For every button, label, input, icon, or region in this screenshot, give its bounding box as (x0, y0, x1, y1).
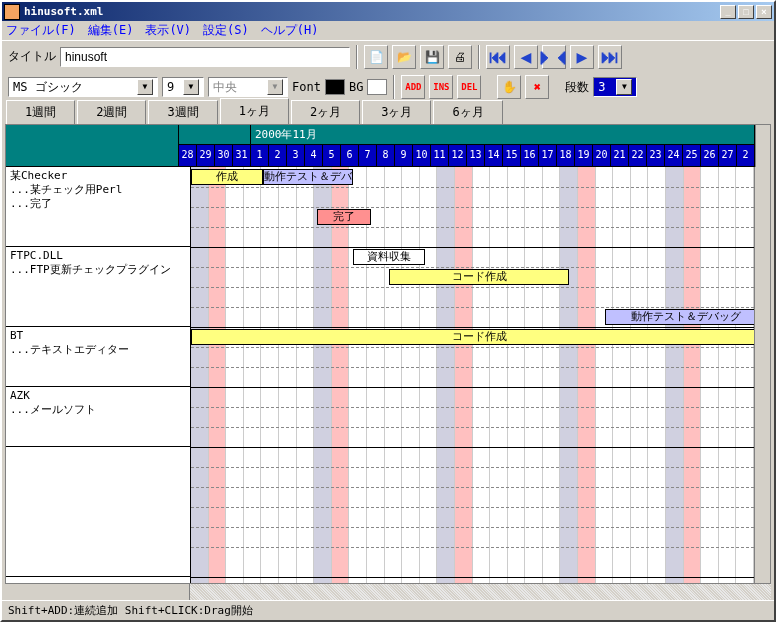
menubar: ファイル(F)編集(E)表示(V)設定(S)ヘルプ(H) (2, 21, 774, 40)
nav-next-button[interactable]: ▶ (570, 45, 594, 69)
range-tabs: 1週間2週間3週間1ヶ月2ヶ月3ヶ月6ヶ月 (2, 102, 774, 124)
day-header: 1 (251, 145, 269, 167)
cancel-button[interactable]: ✖ (525, 75, 549, 99)
day-header: 31 (233, 145, 251, 167)
task-group[interactable]: AZK...メールソフト (6, 387, 190, 447)
prev-month (179, 125, 251, 144)
day-header: 27 (719, 145, 737, 167)
gantt-bar[interactable]: コード作成 (389, 269, 569, 285)
nav-prev-button[interactable]: ◀ (514, 45, 538, 69)
day-header: 22 (629, 145, 647, 167)
align-value: 中央 (213, 79, 237, 96)
open-button[interactable]: 📂 (392, 45, 416, 69)
font-name-value: MS ゴシック (13, 79, 83, 96)
day-header: 7 (359, 145, 377, 167)
menu-item[interactable]: 編集(E) (88, 22, 134, 39)
title-label: タイトル (8, 48, 56, 65)
gantt-bar[interactable]: 動作テスト＆デバッグ (605, 309, 754, 325)
del-button[interactable]: DEL (457, 75, 481, 99)
steps-value: 3 (598, 80, 605, 94)
menu-item[interactable]: 設定(S) (203, 22, 249, 39)
ins-button[interactable]: INS (429, 75, 453, 99)
range-tab[interactable]: 3ヶ月 (362, 100, 431, 124)
menu-item[interactable]: 表示(V) (145, 22, 191, 39)
save-button[interactable]: 💾 (420, 45, 444, 69)
day-header: 2 (737, 145, 755, 167)
day-header: 24 (665, 145, 683, 167)
print-button[interactable]: 🖨 (448, 45, 472, 69)
day-header: 15 (503, 145, 521, 167)
day-header: 16 (521, 145, 539, 167)
day-header: 9 (395, 145, 413, 167)
add-button[interactable]: ADD (401, 75, 425, 99)
horizontal-scrollbar[interactable] (5, 584, 771, 600)
day-header: 26 (701, 145, 719, 167)
gantt-bar[interactable]: 資料収集 (353, 249, 425, 265)
font-size-combo[interactable]: 9▼ (162, 77, 204, 97)
range-tab[interactable]: 2ヶ月 (291, 100, 360, 124)
app-icon (4, 4, 20, 20)
day-header: 25 (683, 145, 701, 167)
range-tab[interactable]: 6ヶ月 (433, 100, 502, 124)
font-color-label: Font (292, 80, 321, 94)
toolbar-title: タイトル 📄 📂 💾 🖨 ⏮ ◀ ⏵⏴ ▶ ⏭ (2, 40, 774, 72)
window-title: hinusoft.xml (24, 5, 720, 18)
title-input[interactable] (60, 47, 350, 67)
range-tab[interactable]: 1ヶ月 (220, 98, 289, 125)
font-color-swatch[interactable] (325, 79, 345, 95)
day-header: 6 (341, 145, 359, 167)
day-header: 29 (197, 145, 215, 167)
task-group[interactable]: 某Checker...某チェック用Perl...完了 (6, 167, 190, 247)
steps-combo[interactable]: 3▼ (593, 77, 637, 97)
maximize-button[interactable]: □ (738, 5, 754, 19)
day-header: 8 (377, 145, 395, 167)
grid-corner (6, 125, 179, 167)
task-list: 某Checker...某チェック用Perl...完了FTPC.DLL...FTP… (6, 167, 191, 583)
titlebar: hinusoft.xml _ □ × (2, 2, 774, 21)
hand-button[interactable]: ✋ (497, 75, 521, 99)
range-tab[interactable]: 2週間 (77, 100, 146, 124)
task-group[interactable]: BT...テキストエディター (6, 327, 190, 387)
day-header: 20 (593, 145, 611, 167)
bg-color-label: BG (349, 80, 363, 94)
nav-first-button[interactable]: ⏮ (486, 45, 510, 69)
close-button[interactable]: × (756, 5, 772, 19)
new-button[interactable]: 📄 (364, 45, 388, 69)
day-header: 19 (575, 145, 593, 167)
gantt-bar[interactable]: 完了 (317, 209, 371, 225)
gantt-bar[interactable]: 動作テスト＆デバッグ (263, 169, 353, 185)
day-header-row: 2829303112345678910111213141516171819202… (179, 145, 755, 167)
day-header: 2 (269, 145, 287, 167)
menu-item[interactable]: ヘルプ(H) (261, 22, 319, 39)
statusbar: Shift+ADD:連続追加 Shift+CLICK:Drag開始 (2, 600, 774, 620)
align-combo[interactable]: 中央▼ (208, 77, 288, 97)
day-header: 23 (647, 145, 665, 167)
gantt-bar[interactable]: コード作成 (191, 329, 754, 345)
task-group[interactable]: FTPC.DLL...FTP更新チェックプラグイン (6, 247, 190, 327)
font-name-combo[interactable]: MS ゴシック▼ (8, 77, 158, 97)
bg-color-swatch[interactable] (367, 79, 387, 95)
day-header: 28 (179, 145, 197, 167)
day-header: 14 (485, 145, 503, 167)
font-size-value: 9 (167, 80, 174, 94)
day-header: 10 (413, 145, 431, 167)
gantt-bar[interactable]: 作成 (191, 169, 263, 185)
day-header: 13 (467, 145, 485, 167)
range-tab[interactable]: 3週間 (148, 100, 217, 124)
day-header: 12 (449, 145, 467, 167)
day-header: 18 (557, 145, 575, 167)
range-tab[interactable]: 1週間 (6, 100, 75, 124)
day-header: 11 (431, 145, 449, 167)
toolbar-format: MS ゴシック▼ 9▼ 中央▼ Font BG ADD INS DEL ✋ ✖ … (2, 72, 774, 102)
vertical-scrollbar[interactable] (754, 167, 770, 583)
minimize-button[interactable]: _ (720, 5, 736, 19)
nav-today-button[interactable]: ⏵⏴ (542, 45, 566, 69)
day-header: 21 (611, 145, 629, 167)
nav-last-button[interactable]: ⏭ (598, 45, 622, 69)
task-group[interactable] (6, 447, 190, 577)
day-header: 17 (539, 145, 557, 167)
day-header: 5 (323, 145, 341, 167)
menu-item[interactable]: ファイル(F) (6, 22, 76, 39)
gantt-area[interactable]: 作成動作テスト＆デバッグ完了資料収集コード作成動作テスト＆デバッグコード作成 (191, 167, 754, 583)
day-header: 4 (305, 145, 323, 167)
